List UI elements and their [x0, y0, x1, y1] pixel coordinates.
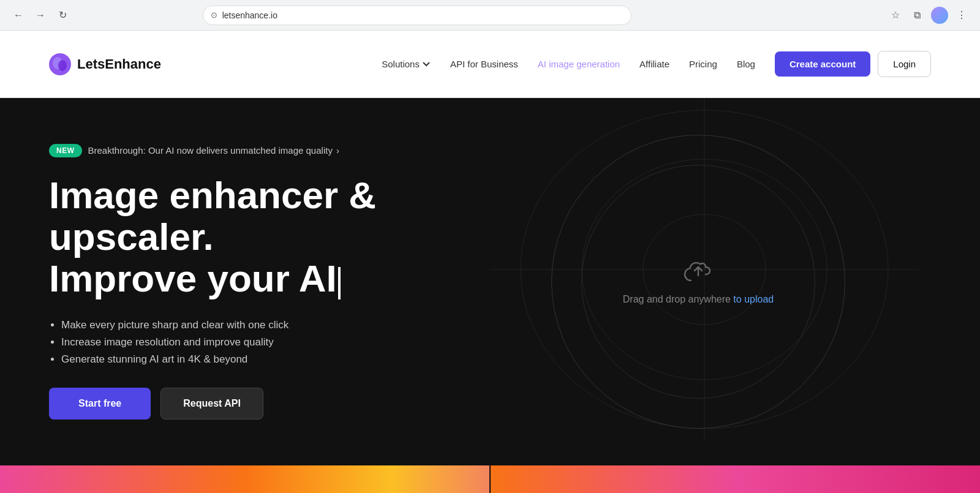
- logo-text: LetsEnhance: [77, 56, 161, 72]
- site-navbar: LetsEnhance Solutions API for Business A…: [0, 31, 980, 98]
- url-text: letsenhance.io: [222, 10, 277, 20]
- logo-icon: [49, 53, 71, 75]
- hero-title-line1: Image enhancer & upscaler.: [49, 174, 376, 258]
- nav-pricing-label: Pricing: [689, 59, 717, 69]
- upload-cloud-icon: [682, 258, 714, 284]
- user-avatar[interactable]: [931, 7, 948, 24]
- upload-dropzone[interactable]: Drag and drop anywhere to upload: [551, 135, 845, 429]
- hero-left: NEW Breakthrough: Our AI now delivers un…: [49, 144, 466, 420]
- bullet-2: Increase image resolution and improve qu…: [61, 336, 466, 348]
- hero-buttons: Start free Request API: [49, 388, 466, 420]
- badge-new-label: NEW: [49, 144, 82, 157]
- nav-links: Solutions API for Business AI image gene…: [382, 59, 755, 69]
- nav-blog[interactable]: Blog: [737, 59, 755, 69]
- browser-chrome: ← → ↻ ⊙ letsenhance.io ☆ ⧉ ⋮: [0, 0, 980, 31]
- text-cursor: [338, 267, 341, 299]
- upload-link[interactable]: to upload: [733, 294, 774, 304]
- hero-title-line2: Improve your AI: [49, 257, 337, 299]
- login-button[interactable]: Login: [878, 51, 931, 77]
- bookmark-button[interactable]: ☆: [887, 7, 904, 24]
- badge-text: Breakthrough: Our AI now delivers unmatc…: [88, 145, 339, 156]
- nav-ai-image-label: AI image generation: [538, 59, 620, 69]
- start-free-button[interactable]: Start free: [49, 388, 151, 420]
- nav-api[interactable]: API for Business: [450, 59, 518, 69]
- chevron-down-icon: [422, 60, 431, 69]
- chevron-right-icon: ›: [336, 145, 339, 156]
- svg-point-2: [58, 60, 67, 71]
- nav-ai-image[interactable]: AI image generation: [538, 59, 620, 69]
- bullet-3: Generate stunning AI art in 4K & beyond: [61, 353, 466, 366]
- nav-solutions-label: Solutions: [382, 59, 420, 69]
- hero-section: NEW Breakthrough: Our AI now delivers un…: [0, 98, 980, 465]
- back-button[interactable]: ←: [10, 7, 27, 24]
- nav-cta-area: Create account Login: [775, 51, 931, 77]
- nav-affiliate[interactable]: Affiliate: [639, 59, 669, 69]
- nav-api-label: API for Business: [450, 59, 518, 69]
- browser-actions: ☆ ⧉ ⋮: [887, 7, 970, 24]
- bottom-strip: [0, 465, 980, 493]
- bottom-strip-right: [491, 465, 980, 493]
- browser-nav-buttons: ← → ↻: [10, 7, 71, 24]
- address-bar[interactable]: ⊙ letsenhance.io: [203, 6, 631, 25]
- logo[interactable]: LetsEnhance: [49, 53, 161, 75]
- hero-badge[interactable]: NEW Breakthrough: Our AI now delivers un…: [49, 144, 339, 157]
- extension-button[interactable]: ⧉: [909, 7, 926, 24]
- reload-button[interactable]: ↻: [54, 7, 71, 24]
- site-icon: ⊙: [211, 10, 217, 20]
- forward-button[interactable]: →: [32, 7, 49, 24]
- nav-solutions[interactable]: Solutions: [382, 59, 431, 69]
- bullet-1: Make every picture sharp and clear with …: [61, 319, 466, 331]
- upload-text: Drag and drop anywhere to upload: [623, 294, 774, 305]
- bottom-strip-left: [0, 465, 489, 493]
- nav-blog-label: Blog: [737, 59, 755, 69]
- hero-bullets: Make every picture sharp and clear with …: [49, 319, 466, 366]
- request-api-button[interactable]: Request API: [160, 388, 263, 420]
- hero-title: Image enhancer & upscaler. Improve your …: [49, 175, 466, 300]
- create-account-button[interactable]: Create account: [775, 51, 870, 77]
- nav-affiliate-label: Affiliate: [639, 59, 669, 69]
- nav-pricing[interactable]: Pricing: [689, 59, 717, 69]
- hero-right: Drag and drop anywhere to upload: [466, 135, 931, 429]
- menu-button[interactable]: ⋮: [953, 7, 970, 24]
